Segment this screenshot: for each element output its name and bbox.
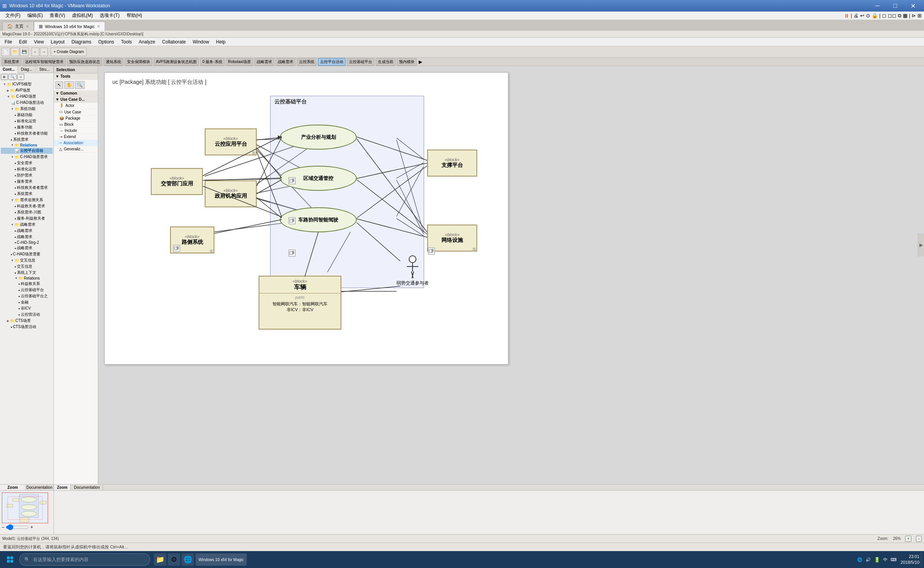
- taskbar-search-box[interactable]: 🔍 在这里输入您要搜索的内容: [19, 553, 150, 566]
- tree-btn-1[interactable]: ⊕: [1, 74, 8, 80]
- tree-item-chad-req[interactable]: ▼📁C-HAD场景需求: [1, 154, 53, 160]
- app-menu-analyze[interactable]: Analyze: [136, 38, 159, 45]
- zoom-out-btn[interactable]: −: [916, 536, 922, 542]
- tool-zoom[interactable]: 🔍: [75, 81, 85, 89]
- minimize-button[interactable]: ─: [869, 0, 886, 12]
- tree-item-svc-req[interactable]: ▪服务需求: [1, 178, 53, 185]
- tree-item-service-func[interactable]: ▪服务功能: [1, 124, 53, 130]
- vm-toolbar-icon7[interactable]: ▦: [903, 13, 907, 18]
- bm-item-2[interactable]: 预防应急道路状态: [67, 58, 102, 66]
- palette-item-actor[interactable]: 🧍 Actor: [54, 103, 98, 109]
- palette-usecase-header[interactable]: ▼ Use Case D...: [54, 97, 98, 103]
- block-traffic-dept[interactable]: «block» 交管部门应用: [151, 168, 203, 195]
- taskbar-explorer[interactable]: 📁: [154, 553, 166, 566]
- tree-item-rel-6[interactable]: ▪云控营活动: [1, 311, 53, 318]
- bm-item-10[interactable]: 云控系统: [297, 58, 317, 66]
- taskbar-browser[interactable]: 🌐: [182, 553, 194, 566]
- tree-item-rel-3[interactable]: ▪云控基础平台之: [1, 293, 53, 299]
- tree-item-strategy[interactable]: ▼📁战略需求: [1, 222, 53, 228]
- app-menu-layout[interactable]: Layout: [48, 38, 68, 45]
- tree-btn-2[interactable]: 🔍: [8, 74, 17, 80]
- tree-item-trace[interactable]: ▼📁需求追溯关系: [1, 197, 53, 203]
- tb-create-diagram[interactable]: + Create Diagram: [51, 48, 87, 56]
- sp-tab-diagram[interactable]: Diag...: [18, 66, 35, 73]
- tool-select[interactable]: ↖: [55, 81, 63, 89]
- actor-weak-participant[interactable]: 弱势交通参与者: [396, 255, 429, 286]
- app-menu-options[interactable]: Options: [95, 38, 117, 45]
- vm-toolbar-icon5[interactable]: ◻◻: [888, 13, 896, 18]
- sp-tab-struct[interactable]: Stru...: [36, 66, 53, 73]
- tree-item-icvps[interactable]: ▼📁ICVPS模型: [1, 81, 53, 87]
- app-menu-file[interactable]: File: [2, 38, 15, 45]
- block-vehicle[interactable]: «block» 车辆 parts 智能网联汽车：智能网联汽车非ICV：非ICV: [259, 276, 341, 330]
- block-cloud-app[interactable]: «block» 云控应用平台 ⊞: [205, 128, 257, 155]
- palette-common-header[interactable]: ▼ Common: [54, 90, 98, 97]
- vm-menu-item-vm[interactable]: 虚拟机(M): [69, 12, 96, 20]
- tree-item-rel-1[interactable]: ▪科益救关系: [1, 281, 53, 287]
- tree-item-trace-3[interactable]: ▪服务-利益救关者: [1, 215, 53, 222]
- maximize-button[interactable]: □: [886, 0, 904, 12]
- palette-item-generalization[interactable]: △ Generaliz...: [54, 146, 98, 152]
- tb-forward[interactable]: →: [40, 48, 48, 56]
- tab-win10-close[interactable]: ✕: [97, 24, 100, 28]
- tree-item-cts-activity[interactable]: ▪CTS场景活动: [1, 324, 53, 330]
- doc-tab[interactable]: Documentation: [26, 485, 53, 490]
- vm-toolbar-icon9[interactable]: ⊞: [917, 13, 922, 18]
- tree-item-tech-func[interactable]: ▪科技救关者者功能: [1, 130, 53, 137]
- palette-item-include[interactable]: → Include: [54, 128, 98, 134]
- app-menu-tools[interactable]: Tools: [118, 38, 135, 45]
- bm-item-9[interactable]: 战略需求: [276, 58, 296, 66]
- sp-tab-container[interactable]: Cont...: [0, 66, 18, 73]
- tree-item-cts[interactable]: ▶📁CTS场景: [1, 318, 53, 324]
- vm-menu-item-file[interactable]: 文件(F): [2, 12, 23, 20]
- vm-menu-item-tabs[interactable]: 选项卡(T): [97, 12, 122, 20]
- tb-new[interactable]: 📄: [2, 48, 10, 56]
- tree-item-context[interactable]: ▪系统上下文: [1, 270, 53, 276]
- tree-item-str-4[interactable]: ▪战略需求: [1, 245, 53, 251]
- tray-lang[interactable]: 中: [883, 557, 887, 563]
- palette-item-extend[interactable]: ⇢ Extend: [54, 134, 98, 140]
- start-button[interactable]: [2, 552, 18, 567]
- bm-item-0[interactable]: 系统需求: [2, 58, 22, 66]
- tool-pan[interactable]: ✋: [64, 81, 74, 89]
- bm-item-13[interactable]: 生成当前: [376, 58, 396, 66]
- palette-item-association[interactable]: ─ Association: [54, 140, 98, 146]
- block-support[interactable]: «block» 支撑平台: [427, 150, 477, 177]
- tb-back[interactable]: ←: [32, 48, 39, 56]
- tree-item-chad-activity[interactable]: 📊C-HAD场景活动: [1, 100, 53, 106]
- vm-window-controls[interactable]: ─ □ ✕: [869, 0, 922, 12]
- tree-item-safe-req[interactable]: ▪安全需求: [1, 160, 53, 166]
- tb-open[interactable]: 📁: [11, 48, 19, 56]
- vm-toolbar-icon4[interactable]: ◻: [882, 13, 886, 18]
- app-menu-window[interactable]: Window: [190, 38, 212, 45]
- tree-item-interact-1[interactable]: ▪交互信息: [1, 263, 53, 270]
- tree-item-std-req[interactable]: ▪标准化运营: [1, 166, 53, 172]
- tree-item-trace-1[interactable]: ▪科益救关者-需求: [1, 203, 53, 209]
- app-menu-collaborate[interactable]: Collaborate: [159, 38, 189, 45]
- dbt-zoom2[interactable]: Zoom: [54, 485, 71, 490]
- tree-item-cloud-activity[interactable]: 📊云控平台活动: [1, 148, 53, 154]
- close-button[interactable]: ✕: [904, 0, 922, 12]
- zoom-tab[interactable]: Zoom: [0, 485, 26, 490]
- tree-item-sys-req[interactable]: ▪系统需求: [1, 137, 53, 143]
- bm-item-6[interactable]: 0 服务-系统: [200, 58, 225, 66]
- tree-item-protect-req[interactable]: ▪防护需求: [1, 172, 53, 178]
- block-gov-app[interactable]: «block» 政府机构应用: [205, 180, 257, 207]
- palette-item-usecase[interactable]: ⬭ Use Case: [54, 109, 98, 115]
- tree-item-relations[interactable]: ▼📁Relations: [1, 143, 53, 148]
- tree-item-tech-req[interactable]: ▪科技救关者者需求: [1, 185, 53, 191]
- tab-home[interactable]: 🏠 主页 ✕: [2, 22, 34, 31]
- vm-menu-item-view[interactable]: 查看(V): [47, 12, 68, 20]
- tb-save[interactable]: 💾: [20, 48, 28, 56]
- tree-item-str-3[interactable]: ▪C-HiD-Strg-2: [1, 240, 53, 245]
- palette-tools-header[interactable]: ▼ Tools: [54, 73, 98, 80]
- print-icon[interactable]: 🖨: [854, 13, 859, 18]
- system-clock[interactable]: 23:01 2018/5/10: [901, 554, 919, 566]
- tree-item-sys-func[interactable]: ▼📁系统功能: [1, 106, 53, 112]
- vm-toolbar-icon1[interactable]: ↩: [860, 13, 864, 18]
- vm-menu-item-help[interactable]: 帮助(H): [124, 12, 145, 20]
- tree-btn-3[interactable]: ☆: [17, 74, 24, 80]
- dbt-doc[interactable]: Documentation: [71, 485, 103, 490]
- vm-toolbar-icon3[interactable]: 🔒: [872, 13, 878, 18]
- palette-item-block[interactable]: ▭ Block: [54, 122, 98, 128]
